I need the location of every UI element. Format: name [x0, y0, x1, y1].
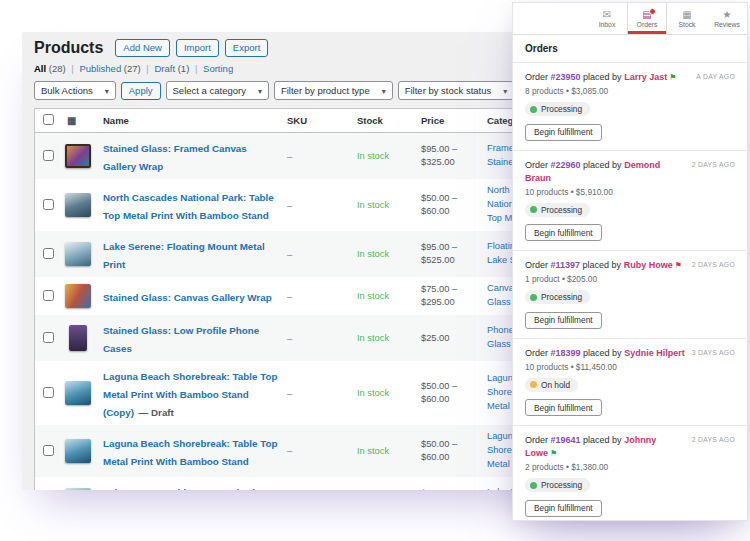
order-summary: 10 products • $5,910.00	[525, 187, 735, 197]
bulk-actions-select[interactable]: Bulk Actions	[34, 81, 116, 100]
order-timestamp: 2 DAYS AGO	[692, 261, 735, 268]
begin-fulfillment-button[interactable]: Begin fulfillment	[525, 500, 602, 517]
order-number-link[interactable]: #18399	[551, 348, 581, 358]
row-checkbox[interactable]	[43, 332, 54, 343]
order-timestamp: 2 DAYS AGO	[692, 161, 735, 168]
view-separator: |	[195, 63, 197, 74]
begin-fulfillment-button[interactable]: Begin fulfillment	[525, 124, 602, 141]
product-thumbnail[interactable]	[65, 193, 91, 217]
row-checkbox[interactable]	[43, 387, 54, 398]
begin-fulfillment-button[interactable]: Begin fulfillment	[525, 312, 602, 329]
product-name-link[interactable]: Stained Glass: Low Profile Phone Cases	[103, 325, 259, 354]
product-thumbnail[interactable]	[65, 144, 91, 168]
stock-status: In stock	[357, 291, 421, 301]
sku-value: –	[287, 200, 357, 211]
view-separator: |	[146, 63, 148, 74]
stock-status: In stock	[357, 333, 421, 343]
row-checkbox[interactable]	[43, 290, 54, 301]
column-header-sku[interactable]: SKU	[287, 115, 357, 126]
product-name-link[interactable]: North Cascades National Park: Table Top …	[103, 192, 274, 221]
orders-list: Order #23950 placed by Larry Jast A DAY …	[513, 63, 747, 521]
product-name-link[interactable]: Laguna Beach Shorebreak: Table Top Metal…	[103, 371, 277, 418]
price-value: $95.00 – $525.00	[421, 241, 487, 267]
product-name-link[interactable]: Laguna Beach Shorebreak: Table Top Metal…	[103, 438, 277, 467]
order-number-link[interactable]: #19641	[551, 435, 581, 445]
row-checkbox[interactable]	[43, 199, 54, 210]
order-title: Order #23950 placed by Larry Jast	[525, 71, 676, 84]
add-new-button[interactable]: Add New	[115, 39, 170, 57]
sku-value: –	[287, 333, 357, 344]
price-value: $50.00 – $60.00	[421, 192, 487, 218]
product-type-select[interactable]: Filter by product type	[274, 81, 393, 100]
view-published-link[interactable]: Published	[79, 63, 121, 74]
tab-reviews-label: Reviews	[714, 21, 740, 28]
chevron-down-icon	[503, 85, 507, 96]
row-checkbox[interactable]	[43, 248, 54, 259]
order-status-badge: Processing	[525, 290, 590, 304]
placed-by-text: placed by	[583, 260, 622, 270]
product-type-select-label: Filter by product type	[281, 85, 370, 96]
product-thumbnail[interactable]	[65, 439, 91, 463]
product-name-link[interactable]: Stained Glass: Canvas Gallery Wrap	[103, 292, 272, 303]
price-value: $50.00 – $60.00	[421, 438, 487, 464]
column-header-stock[interactable]: Stock	[357, 115, 421, 126]
begin-fulfillment-button[interactable]: Begin fulfillment	[525, 399, 602, 416]
product-thumbnail[interactable]	[69, 325, 87, 351]
stock-status-select[interactable]: Filter by stock status	[398, 81, 515, 100]
chevron-down-icon	[258, 85, 262, 96]
view-sorting-link[interactable]: Sorting	[203, 63, 233, 74]
customer-link[interactable]: Sydnie Hilpert	[624, 348, 685, 358]
export-button[interactable]: Export	[225, 39, 268, 57]
order-summary: 1 product • $205.00	[525, 274, 735, 284]
product-thumbnail[interactable]	[65, 242, 91, 266]
order-word: Order	[525, 348, 548, 358]
stock-status: In stock	[357, 249, 421, 259]
tab-stock[interactable]: Stock	[667, 3, 707, 34]
sku-value: –	[287, 445, 357, 456]
order-header: Order #23950 placed by Larry Jast A DAY …	[525, 71, 735, 84]
status-dot-icon	[530, 294, 537, 301]
order-number-link[interactable]: #23950	[551, 72, 581, 82]
stock-status: In stock	[357, 388, 421, 398]
column-header-price[interactable]: Price	[421, 115, 487, 126]
tab-inbox[interactable]: Inbox	[587, 3, 627, 34]
import-button[interactable]: Import	[176, 39, 219, 57]
order-number-link[interactable]: #22960	[551, 160, 581, 170]
view-draft-link[interactable]: Draft	[154, 63, 175, 74]
price-value: $75.00 – $295.00	[421, 283, 487, 309]
view-all-link[interactable]: All	[34, 63, 46, 74]
tab-orders[interactable]: Orders	[627, 3, 667, 34]
order-status-badge: On hold	[525, 378, 578, 392]
order-word: Order	[525, 260, 548, 270]
order-timestamp: 2 DAYS AGO	[692, 436, 735, 443]
order-number-link[interactable]: #11397	[551, 260, 581, 270]
order-header: Order #22960 placed by Demond Braun 2 DA…	[525, 159, 735, 185]
order-item: Order #11397 placed by Ruby Howe 2 DAYS …	[513, 251, 747, 339]
product-thumbnail[interactable]	[65, 381, 91, 405]
column-header-name[interactable]: Name	[103, 115, 287, 126]
product-name-link[interactable]: Lake Serene: Table Top Metal Print With …	[103, 487, 264, 490]
category-select-label: Select a category	[173, 85, 246, 96]
select-all-checkbox[interactable]	[43, 114, 54, 125]
product-thumbnail[interactable]	[65, 284, 91, 308]
tab-reviews[interactable]: Reviews	[707, 3, 747, 34]
order-title: Order #19641 placed by Johnny Lowe	[525, 434, 686, 460]
category-select[interactable]: Select a category	[166, 81, 269, 100]
product-name-link[interactable]: Lake Serene: Floating Mount Metal Print	[103, 241, 265, 270]
begin-fulfillment-button[interactable]: Begin fulfillment	[525, 224, 602, 241]
row-checkbox[interactable]	[43, 445, 54, 456]
customer-link[interactable]: Ruby Howe	[624, 260, 673, 270]
customer-link[interactable]: Larry Jast	[624, 72, 667, 82]
order-item: Order #22960 placed by Demond Braun 2 DA…	[513, 151, 747, 252]
apply-button[interactable]: Apply	[121, 82, 161, 100]
status-label: Processing	[541, 104, 582, 114]
status-label: Processing	[541, 292, 582, 302]
flag-icon	[675, 261, 682, 270]
product-name-link[interactable]: Stained Glass: Framed Canvas Gallery Wra…	[103, 143, 247, 172]
row-checkbox[interactable]	[43, 150, 54, 161]
status-label: Processing	[541, 480, 582, 490]
order-header: Order #11397 placed by Ruby Howe 2 DAYS …	[525, 259, 735, 272]
draft-suffix: — Draft	[138, 407, 173, 418]
product-thumbnail[interactable]	[65, 488, 91, 490]
order-summary: 8 products • $3,085.00	[525, 86, 735, 96]
